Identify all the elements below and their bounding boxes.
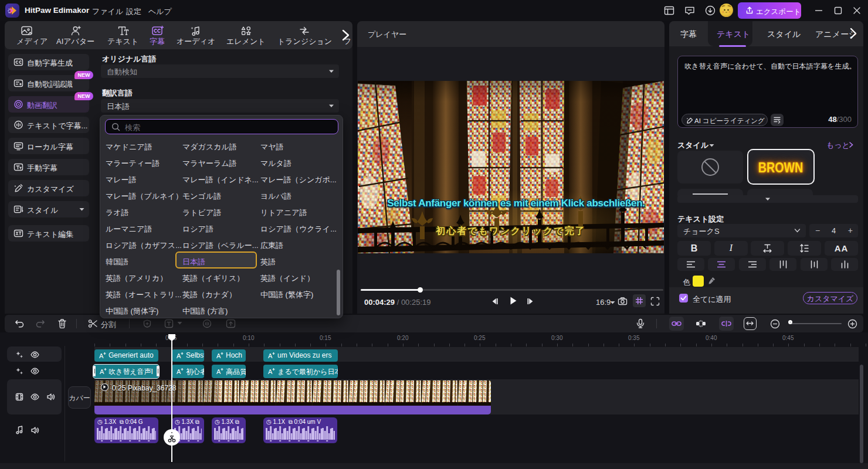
- svg-text:A: A: [100, 368, 104, 375]
- svg-text:A: A: [216, 352, 221, 359]
- svg-text:A: A: [177, 352, 181, 359]
- svg-text:A: A: [268, 352, 273, 359]
- svg-text:A: A: [216, 368, 221, 375]
- svg-text:A: A: [177, 368, 181, 375]
- svg-text:A: A: [268, 368, 273, 375]
- svg-text:A: A: [99, 352, 104, 359]
